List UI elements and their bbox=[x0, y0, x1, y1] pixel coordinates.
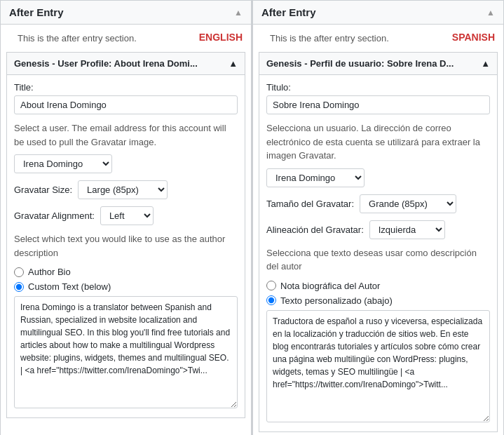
right-widget-body: Titulo: Selecciona un usuario. La direcc… bbox=[259, 75, 497, 431]
right-author-description-row: Selecciona que texto deseas usar como de… bbox=[266, 246, 490, 274]
left-title-row: Title: bbox=[14, 82, 238, 114]
right-gravatar-align-label: Alineación del Gravatar: bbox=[266, 225, 364, 235]
left-user-description: Select a user. The email address for thi… bbox=[14, 121, 238, 149]
right-widget-header: Genesis - Perfil de usuario: Sobre Irena… bbox=[259, 53, 497, 75]
left-panel-title: After Entry bbox=[9, 6, 64, 18]
right-language-badge: SPANISH bbox=[452, 32, 495, 43]
right-radio-bio: Nota biográfica del Autor bbox=[266, 281, 490, 291]
left-radio-bio: Author Bio bbox=[14, 267, 238, 277]
right-radio-group: Nota biográfica del Autor Texto personal… bbox=[266, 281, 490, 306]
right-title-input[interactable] bbox=[266, 95, 490, 114]
right-radio-custom-input[interactable] bbox=[266, 295, 276, 305]
left-gravatar-size-row: Gravatar Size: Large (85px) bbox=[14, 180, 238, 199]
left-radio-custom: Custom Text (below) bbox=[14, 281, 238, 292]
right-title-label: Titulo: bbox=[266, 82, 490, 93]
right-gravatar-align-select[interactable]: Izquierda bbox=[369, 220, 445, 239]
right-title-row: Titulo: bbox=[266, 82, 490, 114]
left-gravatar-size-select[interactable]: Large (85px) bbox=[78, 180, 168, 199]
right-gravatar-align-row: Alineación del Gravatar: Izquierda bbox=[266, 220, 490, 239]
left-title-input[interactable] bbox=[14, 95, 238, 114]
left-radio-custom-label: Custom Text (below) bbox=[28, 281, 111, 292]
left-panel: After Entry ▲ This is the after entry se… bbox=[0, 0, 252, 435]
left-author-description-text: Select which text you would like to use … bbox=[14, 232, 238, 260]
left-gravatar-align-row: Gravatar Alignment: Left bbox=[14, 206, 238, 225]
right-widget-title: Genesis - Perfil de usuario: Sobre Irena… bbox=[266, 58, 454, 69]
right-panel-header: After Entry ▲ bbox=[253, 1, 503, 25]
left-widget-body: Title: Select a user. The email address … bbox=[7, 75, 245, 417]
left-title-label: Title: bbox=[14, 82, 238, 93]
right-user-description: Selecciona un usuario. La dirección de c… bbox=[266, 121, 490, 163]
left-radio-group: Author Bio Custom Text (below) bbox=[14, 267, 238, 292]
left-gravatar-align-label: Gravatar Alignment: bbox=[14, 210, 95, 221]
left-panel-header: After Entry ▲ bbox=[1, 1, 251, 25]
left-radio-bio-label: Author Bio bbox=[28, 267, 71, 277]
right-lang-row: This is the after entry section. SPANISH bbox=[253, 25, 503, 52]
right-widget-box: Genesis - Perfil de usuario: Sobre Irena… bbox=[259, 52, 498, 432]
left-collapse-arrow[interactable]: ▲ bbox=[234, 8, 243, 18]
right-widget-arrow[interactable]: ▲ bbox=[481, 58, 490, 69]
right-user-select[interactable]: Irena Domingo bbox=[266, 168, 365, 187]
left-gravatar-align-select[interactable]: Left bbox=[100, 206, 154, 225]
right-author-description-text: Selecciona que texto deseas usar como de… bbox=[266, 246, 490, 274]
right-radio-custom: Texto personalizado (abajo) bbox=[266, 295, 490, 306]
right-panel-title: After Entry bbox=[261, 6, 316, 18]
left-widget-arrow[interactable]: ▲ bbox=[229, 58, 238, 69]
left-custom-text-area[interactable]: Irena Domingo is a translator between Sp… bbox=[14, 296, 238, 408]
left-user-description-row: Select a user. The email address for thi… bbox=[14, 121, 238, 173]
right-radio-bio-label: Nota biográfica del Autor bbox=[280, 281, 380, 291]
right-radio-custom-label: Texto personalizado (abajo) bbox=[280, 295, 393, 306]
right-radio-bio-input[interactable] bbox=[266, 281, 276, 290]
left-author-description-row: Select which text you would like to use … bbox=[14, 232, 238, 260]
right-panel: After Entry ▲ This is the after entry se… bbox=[252, 0, 504, 435]
left-gravatar-size-label: Gravatar Size: bbox=[14, 185, 72, 195]
right-gravatar-size-select[interactable]: Grande (85px) bbox=[360, 194, 456, 213]
left-radio-custom-input[interactable] bbox=[14, 282, 24, 292]
right-custom-text-area[interactable]: Traductora de español a ruso y viceversa… bbox=[266, 310, 490, 422]
left-description: This is the after entry section. bbox=[9, 27, 145, 46]
right-user-description-row: Selecciona un usuario. La dirección de c… bbox=[266, 121, 490, 187]
left-radio-bio-input[interactable] bbox=[14, 267, 24, 277]
left-widget-box: Genesis - User Profile: About Irena Domi… bbox=[6, 52, 245, 418]
right-description: This is the after entry section. bbox=[261, 27, 397, 46]
left-widget-title: Genesis - User Profile: About Irena Domi… bbox=[14, 58, 198, 69]
left-widget-header: Genesis - User Profile: About Irena Domi… bbox=[7, 53, 245, 75]
left-lang-row: This is the after entry section. ENGLISH bbox=[1, 25, 251, 52]
right-gravatar-size-label: Tamaño del Gravatar: bbox=[266, 199, 354, 209]
right-collapse-arrow[interactable]: ▲ bbox=[486, 8, 495, 18]
right-gravatar-size-row: Tamaño del Gravatar: Grande (85px) bbox=[266, 194, 490, 213]
left-user-select[interactable]: Irena Domingo bbox=[14, 154, 112, 173]
left-language-badge: ENGLISH bbox=[199, 32, 243, 43]
